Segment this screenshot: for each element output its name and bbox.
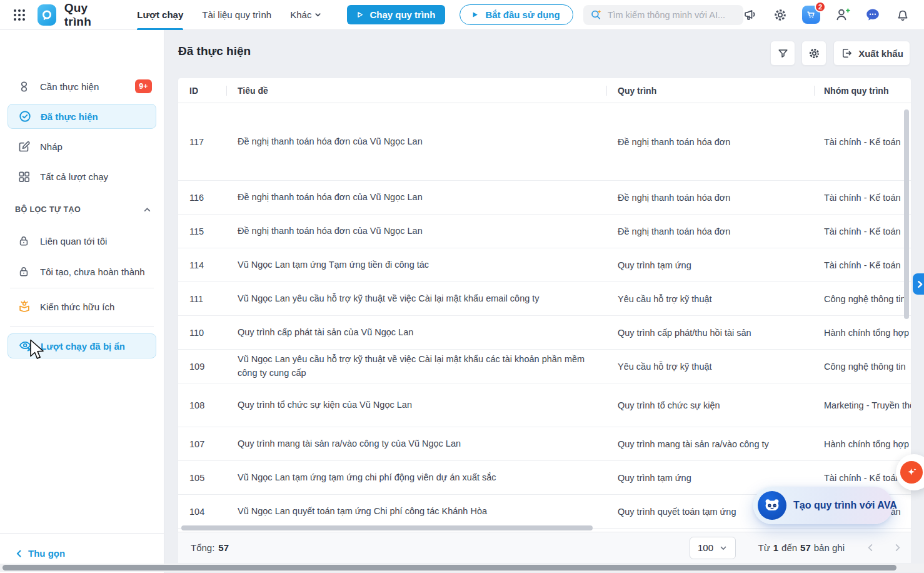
filter-button[interactable] bbox=[770, 41, 795, 66]
table-horizontal-scrollbar[interactable] bbox=[181, 525, 593, 530]
edit-pencil-icon bbox=[18, 140, 31, 153]
marketplace-cart-icon[interactable]: 2 bbox=[802, 6, 820, 24]
tab-more[interactable]: Khác bbox=[281, 0, 331, 30]
chat-messenger-icon[interactable] bbox=[865, 7, 881, 23]
row-process: Yêu cầu hỗ trợ kỹ thuật bbox=[606, 282, 814, 315]
chevron-left-icon bbox=[15, 549, 23, 558]
sidebar-item-knowledge[interactable]: Kiến thức hữu ích bbox=[0, 294, 164, 319]
page-horizontal-scroll-track bbox=[0, 564, 924, 572]
ava-panda-icon bbox=[758, 491, 786, 520]
divider bbox=[10, 288, 154, 288]
top-bar: Quy trình Lượt chạy Tài liệu quy trình K… bbox=[0, 0, 924, 30]
play-outline-icon bbox=[354, 9, 365, 20]
gear-icon bbox=[808, 47, 821, 60]
app-launcher-icon[interactable] bbox=[13, 8, 26, 22]
sidebar-item-hidden-runs[interactable]: Lượt chạy đã bị ẩn bbox=[8, 333, 156, 358]
custom-filters-section-header[interactable]: BỘ LỌC TỰ TẠO bbox=[15, 203, 151, 216]
notifications-bell-icon[interactable] bbox=[895, 8, 910, 23]
column-header-process[interactable]: Quy trình bbox=[606, 86, 814, 96]
lock-icon bbox=[18, 235, 30, 247]
ai-search-box[interactable] bbox=[583, 5, 743, 25]
row-group: Tài chính - Kế toán bbox=[814, 215, 911, 248]
total-label: Tổng: bbox=[191, 542, 214, 553]
table-vertical-scrollbar[interactable] bbox=[904, 109, 909, 319]
ava-button-label: Tạo quy trình với AVA bbox=[793, 500, 897, 511]
row-id: 110 bbox=[178, 316, 226, 349]
row-group: Công nghệ thông tin bbox=[814, 350, 911, 383]
row-group: Hành chính tổng hợp bbox=[814, 427, 911, 460]
previous-page-button[interactable] bbox=[866, 543, 875, 552]
chevron-right-icon bbox=[916, 280, 924, 288]
row-process: Yêu cầu hỗ trợ kỹ thuật bbox=[606, 350, 814, 383]
row-process: Quy trình cấp phát/thu hồi tài sản bbox=[606, 316, 814, 349]
sidebar-filter-created-unfinished[interactable]: Tôi tạo, chưa hoàn thành bbox=[0, 259, 164, 284]
row-process: Đề nghị thanh toán hóa đơn bbox=[606, 215, 814, 248]
total-value: 57 bbox=[218, 542, 229, 553]
sidebar-item-todo[interactable]: Cần thực hiện 9+ bbox=[0, 74, 164, 99]
row-title: Vũ Ngọc Lan tạm ứng tạm ứng chi phí động… bbox=[226, 461, 606, 494]
table-row[interactable]: 109 Vũ Ngọc Lan yêu cầu hỗ trợ kỹ thuật … bbox=[178, 350, 911, 383]
table-row[interactable]: 111 Vũ Ngọc Lan yêu cầu hỗ trợ kỹ thuật … bbox=[178, 282, 911, 316]
column-header-title[interactable]: Tiêu đề bbox=[226, 86, 606, 96]
funnel-icon bbox=[777, 48, 789, 59]
sidebar-filter-related[interactable]: Liên quan tới tôi bbox=[0, 228, 164, 253]
table-row[interactable]: 108 Quy trình tổ chức sự kiện của Vũ Ngọ… bbox=[178, 383, 911, 427]
row-id: 105 bbox=[178, 461, 226, 494]
settings-gear-icon[interactable] bbox=[773, 8, 788, 23]
row-group: Tài chính - Kế toán bbox=[814, 181, 911, 214]
pagination-bar: Tổng: 57 100 Từ 1 đến 57 bản ghi bbox=[178, 532, 911, 563]
grid-icon bbox=[18, 170, 31, 183]
next-page-button[interactable] bbox=[893, 543, 902, 552]
table-row[interactable]: 114 Vũ Ngọc Lan tạm ứng Tạm ứng tiền đi … bbox=[178, 248, 911, 282]
row-process: Đề nghị thanh toán hóa đơn bbox=[606, 181, 814, 214]
row-id: 117 bbox=[178, 103, 226, 180]
lock-icon bbox=[18, 265, 30, 278]
page-horizontal-scrollbar[interactable] bbox=[3, 565, 896, 570]
row-id: 111 bbox=[178, 282, 226, 315]
row-process: Quy trình tổ chức sự kiện bbox=[606, 383, 814, 427]
table-header: ID Tiêu đề Quy trình Nhóm quy trình bbox=[178, 78, 911, 103]
table-row[interactable]: 117 Đề nghị thanh toán hóa đơn của Vũ Ng… bbox=[178, 103, 911, 181]
search-input[interactable] bbox=[608, 10, 737, 20]
column-header-group[interactable]: Nhóm quy trình bbox=[814, 86, 911, 96]
chevron-up-icon bbox=[143, 206, 151, 214]
table-row[interactable]: 116 Đề nghị thanh toán hóa đơn của Vũ Ng… bbox=[178, 181, 911, 215]
todo-count-badge: 9+ bbox=[135, 79, 152, 93]
tab-runs[interactable]: Lượt chạy bbox=[128, 0, 193, 30]
table-row[interactable]: 107 Quy trình mang tài sản ra/vào công t… bbox=[178, 427, 911, 461]
app-logo-icon[interactable] bbox=[38, 4, 56, 26]
create-with-ava-button[interactable]: Tạo quy trình với AVA bbox=[753, 487, 893, 524]
sidebar-item-draft[interactable]: Nháp bbox=[0, 134, 164, 159]
export-icon bbox=[840, 47, 853, 59]
invite-user-icon[interactable] bbox=[835, 7, 850, 23]
app-title: Quy trình bbox=[64, 1, 112, 29]
row-title: Quy trình tổ chức sự kiện của Vũ Ngọc La… bbox=[226, 383, 606, 427]
row-group: Hành chính tổng hợp bbox=[814, 316, 911, 349]
row-group: Công nghệ thông tin bbox=[814, 282, 911, 315]
page-title: Đã thực hiện bbox=[178, 44, 251, 58]
get-started-button[interactable]: Bắt đầu sử dụng bbox=[459, 4, 573, 25]
megaphone-icon[interactable] bbox=[743, 8, 758, 23]
row-title: Đề nghị thanh toán hóa đơn của Vũ Ngọc L… bbox=[226, 103, 606, 180]
collapse-sidebar-button[interactable]: Thu gọn bbox=[15, 548, 65, 559]
run-process-button[interactable]: Chạy quy trình bbox=[347, 5, 445, 24]
row-title: Vũ Ngọc Lan yêu cầu hỗ trợ kỹ thuật về v… bbox=[226, 282, 606, 315]
chevron-down-icon bbox=[720, 544, 727, 552]
knowledge-lamp-icon bbox=[18, 300, 31, 313]
hourglass-icon bbox=[18, 80, 31, 93]
export-button[interactable]: Xuất khẩu bbox=[833, 41, 910, 66]
chevron-down-icon bbox=[314, 11, 321, 18]
expand-panel-button[interactable] bbox=[913, 273, 924, 295]
tab-process-docs[interactable]: Tài liệu quy trình bbox=[193, 0, 281, 30]
row-process: Đề nghị thanh toán hóa đơn bbox=[606, 103, 814, 180]
check-circle-icon bbox=[18, 109, 32, 123]
sidebar-item-all-runs[interactable]: Tất cả lượt chạy bbox=[0, 164, 164, 189]
table-settings-button[interactable] bbox=[801, 41, 826, 66]
search-ai-icon bbox=[590, 8, 603, 21]
row-group: Tài chính - Kế toán bbox=[814, 103, 911, 180]
sidebar-item-done[interactable]: Đã thực hiện bbox=[8, 104, 156, 129]
table-row[interactable]: 115 Đề nghị thanh toán hóa đơn của Vũ Ng… bbox=[178, 215, 911, 248]
table-row[interactable]: 110 Quy trình cấp phát tài sản của Vũ Ng… bbox=[178, 316, 911, 350]
column-header-id[interactable]: ID bbox=[178, 86, 226, 96]
page-size-select[interactable]: 100 bbox=[690, 537, 736, 559]
